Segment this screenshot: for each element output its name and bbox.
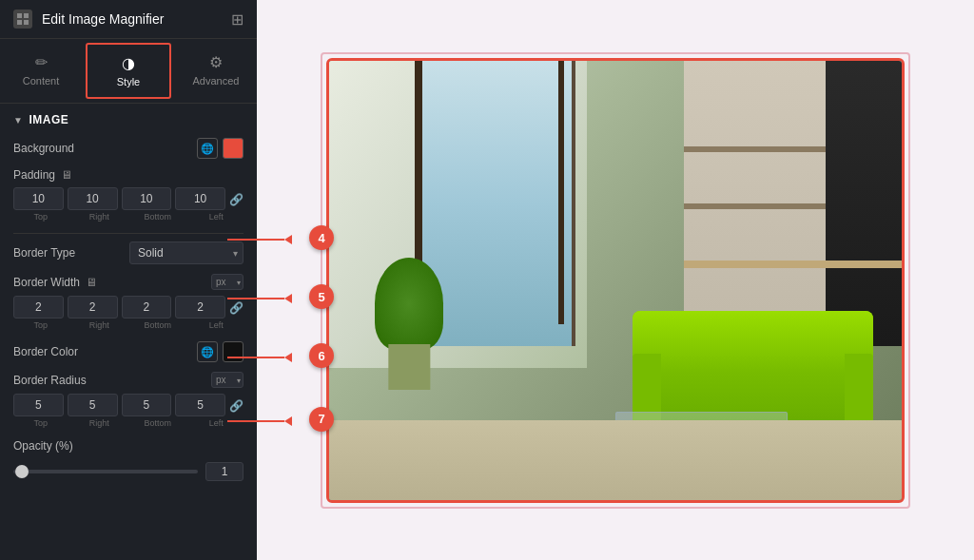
- bw-right-label: Right: [72, 320, 127, 330]
- arrow-7-head: [284, 416, 292, 426]
- badge-7-label: 7: [318, 412, 324, 426]
- section-arrow: ▼: [13, 115, 23, 126]
- border-radius-section: Border Radius px em % 🔗: [13, 372, 244, 428]
- tab-content[interactable]: ✏ Content: [0, 39, 82, 103]
- badge-5-label: 5: [318, 290, 324, 304]
- border-width-link-icon[interactable]: 🔗: [229, 301, 244, 315]
- tab-style-label: Style: [117, 76, 140, 87]
- app-icon: [13, 10, 32, 29]
- opacity-value-input[interactable]: [205, 462, 244, 481]
- plant: [375, 258, 443, 390]
- bw-top-label: Top: [13, 320, 68, 330]
- border-width-label: Border Width: [13, 276, 80, 289]
- border-type-select[interactable]: Solid None Double Dotted Dashed: [129, 241, 244, 264]
- padding-section: Padding 🖥 🔗 Top Right Bottom Left: [13, 168, 244, 222]
- border-width-bottom-input[interactable]: [122, 296, 172, 319]
- border-width-monitor-icon: 🖥: [86, 276, 97, 289]
- sidebar: Edit Image Magnifier ⊞ ✏ Content ◑ Style…: [0, 0, 257, 560]
- tab-bar: ✏ Content ◑ Style ⚙ Advanced: [0, 39, 257, 104]
- canvas-area: 4 5 6: [276, 19, 955, 541]
- border-width-top-input[interactable]: [13, 296, 64, 319]
- padding-label: Padding: [13, 168, 55, 182]
- border-width-input-labels: Top Right Bottom Left: [13, 320, 244, 330]
- opacity-slider-row: [13, 462, 244, 481]
- br-left-label: Left: [189, 418, 244, 428]
- border-radius-link-icon[interactable]: 🔗: [229, 399, 244, 413]
- border-radius-label-row: Border Radius px em %: [13, 372, 244, 388]
- badge-7: 7: [309, 407, 334, 432]
- arrow-6-head: [284, 353, 292, 362]
- padding-left-label: Left: [189, 212, 244, 222]
- padding-right-input[interactable]: [68, 187, 118, 210]
- ceiling-beam: [558, 61, 564, 324]
- padding-bottom-label: Bottom: [130, 212, 185, 222]
- bw-bottom-label: Bottom: [130, 320, 185, 330]
- border-color-label: Border Color: [13, 345, 78, 358]
- border-type-row: Border Type Solid None Double Dotted Das…: [13, 241, 244, 264]
- padding-inputs-grid: [13, 187, 225, 210]
- kitchen-dark: [826, 61, 902, 346]
- border-radius-bottom-input[interactable]: [122, 394, 172, 416]
- border-radius-top-input[interactable]: [13, 394, 64, 416]
- border-color-controls: 🌐: [197, 341, 244, 362]
- padding-link-icon[interactable]: 🔗: [229, 193, 244, 206]
- padding-bottom-input[interactable]: [122, 187, 172, 210]
- arrow-5-head: [284, 294, 292, 303]
- background-globe-btn[interactable]: 🌐: [197, 138, 218, 159]
- border-width-unit-select[interactable]: px em %: [211, 274, 244, 290]
- badge-4-label: 4: [318, 231, 324, 245]
- image-section-header: ▼ Image: [13, 113, 244, 126]
- grid-icon[interactable]: ⊞: [231, 10, 244, 29]
- svg-rect-2: [17, 20, 22, 25]
- shelf-2: [684, 203, 826, 209]
- main-content: 4 5 6: [257, 0, 974, 560]
- border-radius-left-input[interactable]: [175, 394, 225, 416]
- border-radius-label: Border Radius: [13, 374, 87, 387]
- tab-style[interactable]: ◑ Style: [86, 43, 171, 99]
- tab-advanced-label: Advanced: [193, 75, 240, 87]
- arrow-4-head: [284, 235, 292, 244]
- padding-left-input[interactable]: [175, 187, 225, 210]
- padding-top-input[interactable]: [13, 187, 64, 210]
- plant-leaves: [375, 258, 443, 350]
- border-width-inputs-row: 🔗: [13, 296, 244, 320]
- br-right-label: Right: [72, 418, 127, 428]
- border-radius-right-input[interactable]: [68, 394, 118, 416]
- padding-label-row: Padding 🖥: [13, 168, 244, 182]
- content-icon: ✏: [35, 53, 48, 71]
- background-controls: 🌐: [197, 138, 244, 159]
- border-width-inputs-grid: [13, 296, 225, 319]
- image-section-label: Image: [29, 113, 68, 126]
- bw-left-label: Left: [189, 320, 244, 330]
- opacity-label: Opacity (%): [13, 439, 73, 453]
- editor-title: Edit Image Magnifier: [42, 11, 222, 27]
- image-inner: [326, 58, 905, 503]
- image-wrapper: 4 5 6: [321, 52, 910, 509]
- tab-content-label: Content: [23, 75, 60, 87]
- divider-1: [13, 233, 244, 234]
- padding-inputs-row: 🔗: [13, 187, 244, 212]
- border-width-label-row: Border Width 🖥 px em %: [13, 274, 244, 290]
- background-color-btn[interactable]: [223, 138, 244, 159]
- sofa-back: [633, 311, 873, 373]
- advanced-icon: ⚙: [209, 53, 223, 71]
- opacity-section: Opacity (%): [13, 439, 244, 481]
- sidebar-header: Edit Image Magnifier ⊞: [0, 0, 257, 39]
- border-color-globe-btn[interactable]: 🌐: [197, 341, 218, 362]
- border-type-label: Border Type: [13, 246, 75, 260]
- panel-content: ▼ Image Background 🌐 Padding 🖥: [0, 104, 257, 560]
- padding-right-label: Right: [72, 212, 127, 222]
- border-radius-unit-select[interactable]: px em %: [211, 372, 244, 388]
- tab-advanced[interactable]: ⚙ Advanced: [175, 39, 257, 103]
- floor: [329, 420, 902, 499]
- border-width-unit-wrapper: px em %: [211, 274, 244, 290]
- svg-rect-0: [17, 13, 22, 18]
- border-type-select-wrapper: Solid None Double Dotted Dashed: [129, 241, 244, 264]
- border-width-left-input[interactable]: [175, 296, 225, 319]
- border-color-field: Border Color 🌐: [13, 341, 244, 362]
- opacity-slider[interactable]: [13, 470, 198, 473]
- background-field: Background 🌐: [13, 138, 244, 159]
- border-color-btn[interactable]: [223, 341, 244, 362]
- border-width-right-input[interactable]: [68, 296, 118, 319]
- border-radius-unit-wrapper: px em %: [211, 372, 244, 388]
